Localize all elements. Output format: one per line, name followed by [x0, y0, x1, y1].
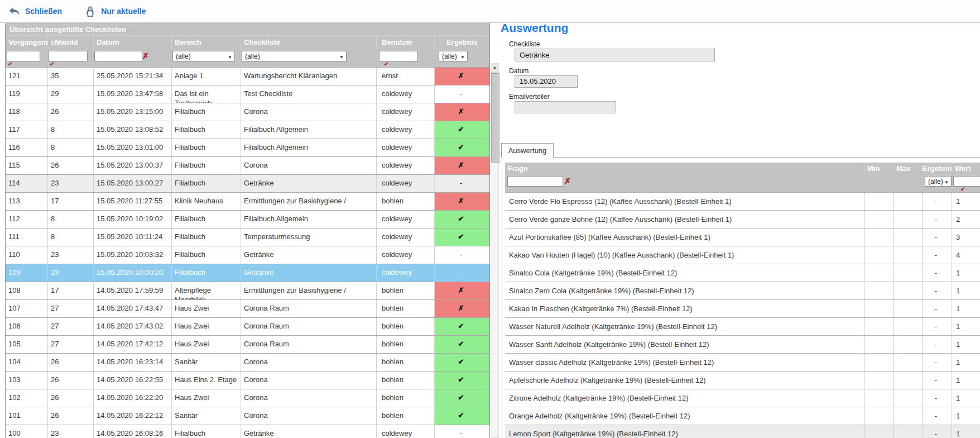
cell-ergebnis: ✗: [434, 193, 489, 210]
cell-benutzer: bohlen: [376, 372, 434, 389]
table-row[interactable]: Wasser Naturell Adelholz (Kaltgetränke 1…: [505, 318, 980, 336]
table-row[interactable]: Sinalco Zero Cola (Kaltgetränke 19%) (Be…: [505, 282, 980, 300]
filter-ergebnis-select[interactable]: (alle)▼: [925, 176, 952, 187]
cell-frage: Zitrone Adelholz (Kaltgetränke 19%) (Bes…: [505, 389, 864, 407]
column-header-frage[interactable]: Frage: [505, 163, 864, 174]
table-row[interactable]: Wasser classic Adelholz (Kaltgetränke 19…: [505, 354, 980, 372]
table-row[interactable]: 1042614.05.2020 16:23:14SanitärCoronaboh…: [6, 354, 489, 372]
cell-ergebnis: -: [434, 246, 489, 264]
cell-checkliste: Corona Raum: [241, 318, 376, 335]
table-row[interactable]: 117815.05.2020 13:08:52FilialbuchFilialb…: [6, 121, 489, 139]
filter-benutzer-input[interactable]: [379, 51, 418, 61]
column-header-benutzer[interactable]: Benutzer: [376, 36, 434, 49]
table-row[interactable]: 1062714.05.2020 17:43:02Haus ZweiCorona …: [6, 318, 489, 336]
cell-vorgangsnr: 119: [6, 85, 47, 103]
cell-ergebnis: ✔: [434, 228, 489, 246]
table-row[interactable]: 116815.05.2020 13:01:00FilialbuchFilialb…: [6, 139, 489, 157]
filter-checkliste-select[interactable]: (alle)▼: [242, 51, 347, 61]
clear-filter-icon[interactable]: ✗: [564, 177, 571, 185]
filter-wert-input[interactable]: [953, 176, 980, 187]
table-row[interactable]: Kakao Van Houten (Hagel) (10) (Kaffee Au…: [505, 246, 980, 264]
column-header-ergebnis[interactable]: Ergebnis: [922, 163, 952, 174]
column-header-checkliste[interactable]: Checkliste: [241, 36, 376, 49]
cell-checkliste: Corona: [241, 157, 376, 174]
column-header-vorgangsnr[interactable]: Vorgangsnr▼: [6, 36, 47, 49]
filter-frage-input[interactable]: [507, 176, 563, 187]
column-header-ergebnis[interactable]: Ergebnis: [434, 36, 489, 49]
filter-datum-input[interactable]: [94, 51, 142, 61]
table-row[interactable]: 1002314.05.2020 16:08:16FilialbuchGeträn…: [6, 425, 489, 438]
cell-checkliste: Getränke: [241, 264, 376, 282]
table-row[interactable]: Sinalco Cola (Kaltgetränke 19%) (Bestell…: [505, 264, 980, 282]
cell-datum: 25.05.2020 15:21:34: [93, 68, 171, 85]
cell-min: [864, 193, 893, 210]
cell-datum: 15.05.2020 10:00:20: [93, 264, 171, 282]
only-current-button[interactable]: Nur aktuelle: [84, 6, 146, 17]
cell-vorgangsnr: 100: [6, 425, 47, 438]
column-header-min[interactable]: Min: [864, 163, 893, 174]
filter-bereich-select[interactable]: (alle)▼: [172, 51, 235, 61]
cell-checkliste: Corona: [241, 354, 376, 371]
cell-wert: 1: [952, 389, 980, 407]
table-row[interactable]: 1022614.05.2020 16:22:20Haus ZweiCoronab…: [6, 389, 489, 407]
column-header-max[interactable]: Max: [893, 163, 922, 174]
cell-datum: 14.05.2020 17:42:12: [93, 336, 171, 353]
cell-vorgangsnr: 115: [6, 157, 47, 174]
table-row[interactable]: 1032614.05.2020 16:22:55Haus Eins 2. Eta…: [6, 372, 489, 389]
table-row[interactable]: 1182615.05.2020 13:15:00FilialbuchCorona…: [6, 103, 489, 121]
table-row[interactable]: 1102315.05.2020 10:03:32FilialbuchGeträn…: [6, 246, 489, 264]
cell-ergebnis: -: [434, 264, 489, 282]
filter-vorgangsnr-input[interactable]: [7, 51, 40, 61]
cell-datum: 14.05.2020 17:59:59: [93, 282, 171, 299]
table-row[interactable]: 111815.05.2020 10:11:24FilialbuchTempera…: [6, 228, 489, 246]
table-row[interactable]: 1092315.05.2020 10:00:20FilialbuchGeträn…: [6, 264, 489, 282]
table-row[interactable]: Azul Portionskaffee (85) (Kaffee Ausscha…: [505, 228, 980, 246]
datum-label: Datum: [509, 67, 529, 75]
filter-cmainid-input[interactable]: [49, 51, 88, 61]
overview-scrollbar[interactable]: ▲: [491, 63, 499, 438]
cell-cmainid: 23: [47, 264, 93, 282]
tab-auswertung[interactable]: Auswertung: [501, 143, 554, 158]
cell-max: [893, 336, 922, 353]
scrollbar-thumb[interactable]: [491, 73, 499, 163]
cell-ergebnis: -: [922, 318, 952, 335]
cell-bereich: Altenpflege Moorblick: [171, 282, 241, 299]
filter-ergebnis-select[interactable]: (alle)▼: [439, 51, 468, 61]
cell-cmainid: 29: [47, 85, 93, 103]
clear-filter-icon[interactable]: ✗: [142, 52, 149, 60]
table-row[interactable]: 1213525.05.2020 15:21:34Anlage 1Wartungs…: [6, 68, 489, 85]
cell-benutzer: coldewey: [376, 211, 434, 228]
table-row[interactable]: 1131715.05.2020 11:27:55Klinik NeuhausEr…: [6, 193, 489, 211]
column-header-datum[interactable]: Datum: [93, 36, 171, 49]
cell-datum: 14.05.2020 16:22:12: [93, 407, 171, 425]
close-button[interactable]: Schließen: [8, 5, 62, 17]
cell-min: [864, 246, 893, 264]
table-row[interactable]: 1142315.05.2020 13:00:27FilialbuchGeträn…: [6, 175, 489, 193]
table-row[interactable]: Zitrone Adelholz (Kaltgetränke 19%) (Bes…: [505, 389, 980, 407]
cell-checkliste: Ermittlungen zur Basishygiene /: [241, 282, 376, 299]
cell-checkliste: Corona Raum: [241, 336, 376, 353]
scroll-up-icon[interactable]: ▲: [491, 64, 498, 73]
table-row[interactable]: 1052714.05.2020 17:42:12Haus ZweiCorona …: [6, 336, 489, 354]
table-row[interactable]: Kakao In Flaschen (Kaltgetränke 7%) (Bes…: [505, 300, 980, 318]
table-row[interactable]: 1081714.05.2020 17:59:59Altenpflege Moor…: [6, 282, 489, 300]
table-row[interactable]: Orange Adelholz (Kaltgetränke 19%) (Best…: [505, 407, 980, 425]
cell-vorgangsnr: 113: [6, 193, 47, 210]
table-row[interactable]: Lemon Sport (Kaltgetränke 19%) (Bestell-…: [505, 425, 980, 438]
cell-ergebnis: ✔: [434, 318, 489, 335]
table-row[interactable]: 1192915.05.2020 13:47:58Das ist ein Test…: [6, 85, 489, 103]
table-row[interactable]: Wasser Sanft Adelholz (Kaltgetränke 19%)…: [505, 336, 980, 354]
table-row[interactable]: Apfelschorle Adelholz (Kaltgetränke 19%)…: [505, 372, 980, 389]
column-header-wert[interactable]: Wert: [952, 163, 980, 174]
column-header-bereich[interactable]: Bereich: [171, 36, 241, 49]
table-row[interactable]: 1152615.05.2020 13:00:37FilialbuchCorona…: [6, 157, 489, 175]
cell-benutzer: coldewey: [376, 228, 434, 246]
column-header-cmainid[interactable]: cMainId: [47, 36, 93, 49]
table-row[interactable]: 1012614.05.2020 16:22:12SanitärCoronaboh…: [6, 407, 489, 425]
table-row[interactable]: Cerro Verde ganze Bohne (12) (Kaffee Aus…: [505, 211, 980, 228]
table-row[interactable]: 1072714.05.2020 17:43:47Haus ZweiCorona …: [6, 300, 489, 318]
cell-benutzer: bohlen: [376, 336, 434, 353]
table-row[interactable]: Cerro Verde Flo Espresso (12) (Kaffee Au…: [505, 193, 980, 211]
cell-bereich: Klinik Neuhaus: [171, 193, 241, 210]
table-row[interactable]: 112815.05.2020 10:19:02FilialbuchFilialb…: [6, 211, 489, 228]
